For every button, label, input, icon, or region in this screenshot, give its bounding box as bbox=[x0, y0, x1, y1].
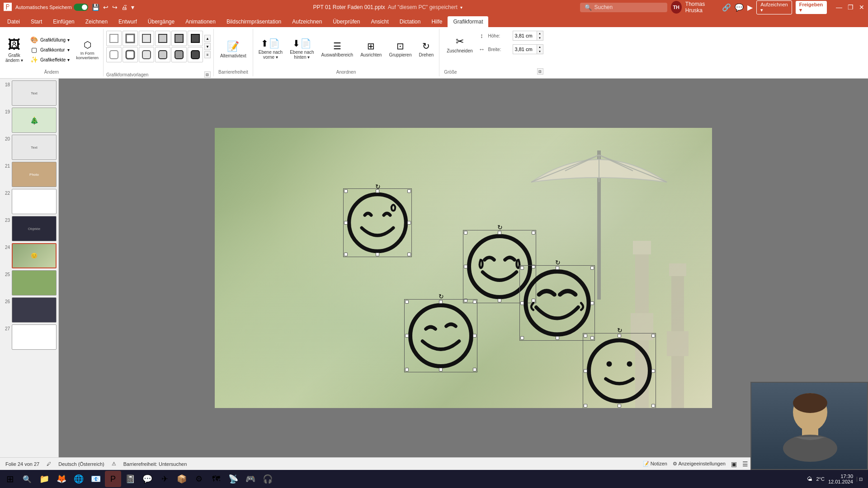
handle-tl-5[interactable] bbox=[584, 334, 587, 338]
slide-preview-21[interactable]: Photo bbox=[12, 162, 57, 187]
handle-bl-4[interactable] bbox=[405, 368, 409, 371]
rotate-handle-2[interactable]: ↻ bbox=[497, 224, 502, 228]
notizen-btn[interactable]: 📝 Notizen bbox=[643, 461, 667, 467]
handle-bm-2[interactable] bbox=[498, 299, 501, 302]
hoehe-up[interactable]: ▲ bbox=[537, 31, 543, 36]
taskbar-search[interactable]: 🔍 bbox=[19, 471, 35, 487]
anzeige-btn[interactable]: ⚙ Anzeigeeinstellungen bbox=[673, 461, 726, 467]
hoehe-field[interactable]: 3,81 cm ▲ ▼ bbox=[513, 31, 543, 41]
normal-view-btn[interactable]: ▣ bbox=[731, 460, 737, 468]
format-preset-1[interactable] bbox=[106, 31, 122, 46]
inform-konvertieren-btn[interactable]: ⬡ In Formkonvertieren bbox=[74, 37, 100, 63]
handle-bm-4[interactable] bbox=[439, 368, 443, 371]
slide-preview-25[interactable] bbox=[12, 270, 57, 296]
format-presets-more[interactable]: ≡ bbox=[204, 51, 211, 58]
format-preset-5[interactable] bbox=[171, 31, 187, 46]
handle-bl-3[interactable] bbox=[520, 336, 524, 340]
format-preset-6[interactable] bbox=[188, 31, 203, 46]
handle-tm-3[interactable] bbox=[556, 266, 559, 270]
gliederung-btn[interactable]: ☰ bbox=[742, 460, 748, 468]
comment-icon[interactable]: 💬 bbox=[735, 3, 744, 12]
handle-tl-2[interactable] bbox=[464, 231, 467, 235]
close-btn[interactable]: ✕ bbox=[859, 4, 864, 11]
breite-up[interactable]: ▲ bbox=[537, 45, 543, 49]
start-button[interactable]: ⊞ bbox=[2, 471, 18, 487]
slide-preview-22[interactable] bbox=[12, 189, 57, 214]
save-icon[interactable]: 💾 bbox=[92, 4, 99, 11]
ausrichten-btn[interactable]: ⊞ Ausrichten bbox=[358, 31, 384, 67]
drehen-btn[interactable]: ↻ Drehen bbox=[416, 31, 436, 67]
format-preset-8[interactable] bbox=[123, 47, 138, 62]
tab-animationen[interactable]: Animationen bbox=[180, 16, 221, 27]
emoji-container-1[interactable]: ↻ bbox=[346, 191, 409, 254]
taskbar-maps[interactable]: 🗺 bbox=[208, 471, 224, 487]
canvas-area[interactable]: ↻ bbox=[59, 79, 868, 457]
tab-datei[interactable]: Datei bbox=[2, 16, 25, 27]
handle-br-1[interactable] bbox=[407, 253, 411, 256]
slide-thumb-18[interactable]: 18 Text bbox=[2, 80, 57, 106]
handle-bl-5[interactable] bbox=[584, 404, 587, 408]
handle-tm-4[interactable] bbox=[439, 300, 443, 304]
handle-br-5[interactable] bbox=[651, 404, 655, 408]
tab-aufzeichnen[interactable]: Aufzeichnen bbox=[287, 16, 327, 27]
taskbar-zip[interactable]: 📦 bbox=[174, 471, 190, 487]
rotate-handle-5[interactable]: ↻ bbox=[617, 327, 622, 331]
taskbar-folder[interactable]: 📁 bbox=[36, 471, 52, 487]
handle-bm-1[interactable] bbox=[376, 253, 379, 256]
handle-ml-5[interactable] bbox=[584, 369, 587, 373]
grafikeffekte-btn[interactable]: ✨ Grafikeffekte ▾ bbox=[28, 55, 73, 64]
tab-entwurf[interactable]: Entwurf bbox=[113, 16, 142, 27]
slide-thumb-20[interactable]: 20 Text bbox=[2, 135, 57, 160]
taskbar-mail[interactable]: 📧 bbox=[88, 471, 104, 487]
grafikformatvorlagen-expand[interactable]: ⊡ bbox=[204, 71, 211, 78]
rotate-handle-1[interactable]: ↻ bbox=[375, 183, 380, 188]
format-preset-9[interactable] bbox=[139, 47, 154, 62]
tab-ansicht[interactable]: Ansicht bbox=[365, 16, 394, 27]
taskbar-show-desktop[interactable]: ⊡ bbox=[857, 477, 863, 482]
handle-mr-5[interactable] bbox=[651, 369, 655, 373]
slide-preview-18[interactable]: Text bbox=[12, 80, 57, 106]
taskbar-powerpoint[interactable]: P bbox=[105, 471, 121, 487]
tab-start[interactable]: Start bbox=[25, 16, 47, 27]
format-preset-11[interactable] bbox=[171, 47, 187, 62]
taskbar-settings[interactable]: ⚙ bbox=[191, 471, 207, 487]
format-preset-2[interactable] bbox=[123, 31, 138, 46]
format-presets-down[interactable]: ▼ bbox=[204, 43, 211, 50]
minimize-btn[interactable]: — bbox=[836, 4, 842, 11]
slide-thumb-24[interactable]: 24 😊 bbox=[2, 243, 57, 268]
slide-thumb-27[interactable]: 27 bbox=[2, 324, 57, 350]
alternativtext-btn[interactable]: 📝 Alternativtext bbox=[217, 32, 249, 68]
grafikkontur-btn[interactable]: ▢ Grafikkontur ▾ bbox=[28, 45, 73, 54]
format-preset-7[interactable] bbox=[106, 47, 122, 62]
handle-ml-3[interactable] bbox=[520, 301, 524, 305]
handle-mr-3[interactable] bbox=[590, 301, 594, 305]
undo-icon[interactable]: ↩ bbox=[103, 4, 108, 11]
tab-hilfe[interactable]: Hilfe bbox=[426, 16, 448, 27]
emoji-container-5[interactable]: ↻ bbox=[585, 336, 653, 406]
handle-tr-5[interactable] bbox=[651, 334, 655, 338]
grafikfuellung-btn[interactable]: 🎨 Grafikfüllung ▾ bbox=[28, 35, 73, 44]
tab-einfuegen[interactable]: Einfügen bbox=[47, 16, 80, 27]
taskbar-onenote[interactable]: 📓 bbox=[122, 471, 138, 487]
rotate-handle-4[interactable]: ↻ bbox=[439, 293, 443, 297]
emoji-container-3[interactable]: ↻ bbox=[522, 268, 592, 338]
handle-mr-1[interactable] bbox=[407, 221, 411, 225]
handle-bm-3[interactable] bbox=[556, 336, 559, 340]
emoji-container-4[interactable]: ↻ bbox=[407, 302, 475, 370]
groesse-expand[interactable]: ⊡ bbox=[537, 68, 543, 75]
print-icon[interactable]: 🖨 bbox=[121, 4, 127, 11]
handle-ml-2[interactable] bbox=[464, 265, 467, 268]
tab-zeichnen[interactable]: Zeichnen bbox=[80, 16, 113, 27]
handle-tr-1[interactable] bbox=[407, 189, 411, 193]
slide-thumb-25[interactable]: 25 bbox=[2, 270, 57, 296]
breite-input[interactable]: 3,81 cm bbox=[513, 46, 537, 52]
slide-thumb-21[interactable]: 21 Photo bbox=[2, 162, 57, 187]
customize-icon[interactable]: ▾ bbox=[131, 4, 134, 11]
share-btn[interactable]: Freigeben ▾ bbox=[796, 1, 827, 14]
handle-ml-1[interactable] bbox=[344, 221, 348, 225]
handle-mr-4[interactable] bbox=[473, 334, 476, 338]
share-icon[interactable]: 🔗 bbox=[722, 3, 731, 12]
tab-dictation[interactable]: Dictation bbox=[394, 16, 426, 27]
grafik-aendern-btn[interactable]: 🖼 Grafikändern ▾ bbox=[3, 32, 26, 68]
handle-tm-2[interactable] bbox=[498, 231, 501, 235]
